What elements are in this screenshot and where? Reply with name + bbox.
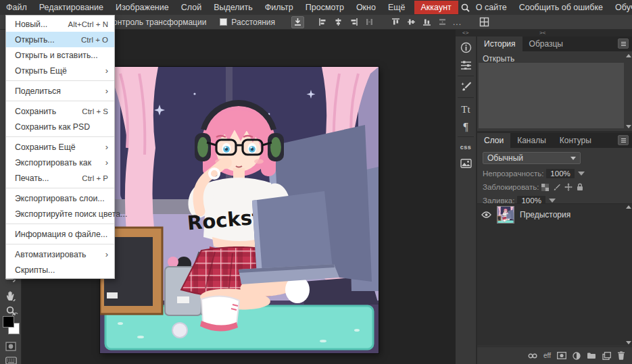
collapse-strip-icon[interactable]: <>	[462, 30, 468, 36]
file-menu-item-share[interactable]: Поделиться›	[6, 83, 114, 99]
foreground-color-swatch[interactable]	[3, 316, 14, 328]
align-top-icon[interactable]	[389, 16, 402, 28]
opacity-caret-icon[interactable]	[578, 172, 585, 176]
link-layers-icon[interactable]	[528, 353, 537, 359]
canvas-image	[100, 67, 379, 353]
document-canvas[interactable]	[100, 67, 379, 353]
fill-caret-icon[interactable]	[549, 199, 556, 203]
menu-select[interactable]: Выделить	[208, 0, 259, 15]
file-menu-item-save-as-psd[interactable]: Сохранить как PSD	[6, 119, 114, 134]
paragraph-panel-icon[interactable]: ¶	[456, 119, 476, 135]
scroll-down-icon[interactable]	[626, 125, 631, 128]
layers-panel-menu-icon[interactable]	[618, 135, 629, 145]
checkbox-distances-label: Расстояния	[231, 18, 275, 27]
hand-tool-icon[interactable]	[2, 288, 20, 303]
file-menu-item-save[interactable]: СохранитьCtrl + S	[6, 103, 114, 119]
layers-scrollbar[interactable]	[625, 204, 631, 346]
add-mask-icon[interactable]	[557, 352, 566, 359]
checkbox-distances[interactable]: Расстояния	[220, 18, 275, 27]
file-menu-item-scripts[interactable]: Скрипты...	[6, 262, 114, 278]
submenu-arrow-icon: ›	[105, 86, 108, 96]
menu-separator	[6, 80, 114, 81]
layer-row-background[interactable]: Предыстория	[477, 204, 632, 226]
opacity-label: Непрозрачность:	[483, 170, 543, 178]
add-adjustment-icon[interactable]	[573, 352, 581, 360]
layer-thumbnail[interactable]	[497, 206, 514, 224]
blend-mode-select[interactable]: Обычный	[483, 152, 581, 164]
delete-layer-icon[interactable]	[617, 351, 625, 360]
adjustments-panel-icon[interactable]	[456, 57, 476, 73]
file-menu-item-new[interactable]: Новый...Alt+Ctrl + N	[6, 16, 114, 32]
history-panel: История Образцы Открыть	[477, 36, 632, 131]
tab-layers[interactable]: Слои	[477, 133, 510, 148]
distribute-horizontal-icon[interactable]	[363, 16, 376, 28]
file-menu-item-open-and-place[interactable]: Открыть и вставить...	[6, 47, 114, 63]
menu-view[interactable]: Просмотр	[299, 0, 350, 15]
file-menu-item-open-more[interactable]: Открыть Ещё›	[6, 63, 114, 78]
checkbox-icon[interactable]	[220, 18, 227, 26]
history-panel-menu-icon[interactable]	[618, 38, 629, 49]
menu-image[interactable]: Изображение	[110, 0, 175, 15]
generative-brush-panel-icon[interactable]	[456, 78, 476, 95]
lock-transparency-icon[interactable]	[541, 184, 549, 191]
link-about[interactable]: О сайте	[470, 0, 513, 15]
file-menu-item-print[interactable]: Печать...Ctrl + P	[6, 170, 114, 186]
menu-more[interactable]: Ещё	[382, 0, 412, 15]
layer-name[interactable]: Предыстория	[520, 210, 570, 219]
lock-pixels-icon[interactable]	[553, 184, 560, 191]
file-menu-item-save-more[interactable]: Сохранить Ещё›	[6, 139, 114, 155]
link-report-bug[interactable]: Сообщить об ошибке	[513, 0, 609, 15]
character-panel-icon[interactable]: Tt	[456, 101, 476, 118]
file-menu-item-export-layers[interactable]: Экспортировать слои...	[6, 190, 114, 206]
file-menu-item-open[interactable]: Открыть...Ctrl + O	[6, 32, 114, 47]
align-bottom-icon[interactable]	[420, 16, 433, 28]
menu-edit[interactable]: Редактирование	[33, 0, 110, 15]
account-button[interactable]: Аккаунт	[414, 1, 458, 14]
checkbox-transform-label: Контроль трансформации	[108, 18, 206, 27]
opacity-value[interactable]: 100%	[546, 169, 574, 178]
eye-icon[interactable]	[481, 211, 491, 218]
search-icon[interactable]	[461, 0, 470, 15]
new-layer-icon[interactable]	[602, 352, 611, 360]
layers-bottom-bar: eff	[477, 346, 632, 364]
link-learn[interactable]: Обучение	[609, 0, 632, 15]
info-panel-icon[interactable]	[456, 39, 476, 55]
new-group-icon[interactable]	[587, 352, 596, 359]
tab-paths[interactable]: Контуры	[553, 133, 598, 148]
menu-separator	[6, 188, 114, 188]
file-menu-item-automate[interactable]: Автоматизировать›	[6, 246, 114, 262]
layer-effects-icon[interactable]: eff	[543, 352, 551, 359]
panel-icon-strip: Tt ¶ css	[456, 36, 476, 364]
history-scrollbar[interactable]	[625, 53, 631, 130]
tab-channels[interactable]: Каналы	[510, 133, 553, 148]
layer-list: Предыстория	[477, 203, 632, 346]
more-options-icon[interactable]: ...	[453, 18, 462, 27]
menu-filter[interactable]: Фильтр	[259, 0, 299, 15]
collapse-panel-icon[interactable]: ><	[539, 30, 545, 36]
scroll-down-icon[interactable]	[626, 341, 631, 344]
scroll-up-icon[interactable]	[626, 54, 631, 57]
menu-window[interactable]: Окно	[350, 0, 382, 15]
place-commit-icon[interactable]	[291, 16, 304, 28]
file-menu-item-file-info[interactable]: Информация о файле...	[6, 226, 114, 242]
image-panel-icon[interactable]	[456, 155, 476, 172]
lock-all-icon[interactable]	[577, 183, 583, 191]
align-right-icon[interactable]	[347, 16, 360, 28]
file-menu-item-export-color-lookup[interactable]: Экспортируйте поиск цвета...	[6, 206, 114, 222]
scroll-up-icon[interactable]	[626, 205, 631, 209]
tab-swatches[interactable]: Образцы	[522, 36, 570, 51]
align-middle-vertical-icon[interactable]	[405, 16, 418, 28]
quick-mask-icon[interactable]	[2, 339, 20, 354]
align-left-icon[interactable]	[316, 16, 329, 28]
lock-position-icon[interactable]	[564, 183, 573, 191]
css-panel-icon[interactable]: css	[456, 139, 476, 155]
chevron-down-icon	[570, 157, 576, 160]
align-center-horizontal-icon[interactable]	[332, 16, 345, 28]
grid-view-icon[interactable]	[478, 16, 491, 28]
menu-file[interactable]: Файл	[0, 0, 33, 15]
keyboard-icon[interactable]	[2, 353, 20, 364]
distribute-vertical-icon[interactable]	[436, 16, 449, 28]
file-menu-item-export-as[interactable]: Экспортировать как›	[6, 155, 114, 170]
menu-layer[interactable]: Слой	[175, 0, 208, 15]
tab-history[interactable]: История	[477, 36, 522, 51]
